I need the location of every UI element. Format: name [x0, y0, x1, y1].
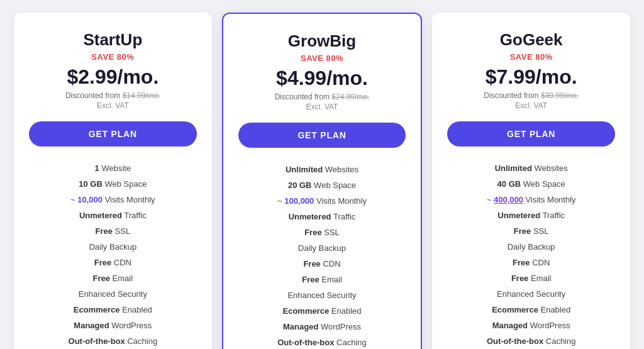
list-item: Unlimited Websites [447, 160, 615, 176]
list-item: 10 GB Web Space [29, 176, 197, 192]
list-item: Daily Backup [238, 240, 406, 256]
original-price-growbig: Discounted from $24.99/mo. [238, 92, 406, 101]
list-item: Ecommerce Enabled [447, 302, 615, 318]
list-item: Ecommerce Enabled [29, 302, 197, 318]
get-plan-button-gogeek[interactable]: GET PLAN [447, 121, 615, 147]
features-list-startup: 1 Website10 GB Web Space~ 10,000 Visits … [29, 160, 197, 349]
price-growbig: $4.99/mo. [238, 67, 406, 90]
list-item: Free SSL [238, 224, 406, 240]
save-badge-gogeek: SAVE 80% [447, 52, 615, 62]
list-item: Unlimited Websites [238, 162, 406, 177]
plan-card-gogeek: GoGeekSAVE 80%$7.99/mo.Discounted from $… [432, 13, 630, 349]
original-price-gogeek: Discounted from $39.99/mo. [447, 91, 615, 100]
list-item: 40 GB Web Space [447, 176, 615, 192]
get-plan-button-startup[interactable]: GET PLAN [29, 121, 197, 147]
list-item: Free Email [238, 272, 406, 287]
list-item: Enhanced Security [29, 286, 197, 302]
list-item: Managed WordPress [447, 318, 615, 333]
list-item: Enhanced Security [238, 287, 406, 303]
save-badge-growbig: SAVE 80% [238, 53, 406, 63]
list-item: Out-of-the-box Caching [238, 335, 406, 349]
list-item: ~ 10,000 Visits Monthly [29, 192, 197, 208]
list-item: Unmetered Traffic [447, 208, 615, 223]
list-item: 20 GB Web Space [238, 177, 406, 193]
plan-name-gogeek: GoGeek [447, 30, 615, 50]
plan-name-startup: StartUp [29, 30, 197, 50]
excl-vat-growbig: Excl. VAT [238, 102, 406, 111]
list-item: Free CDN [238, 256, 406, 272]
list-item: Unmetered Traffic [29, 208, 197, 223]
plan-card-startup: StartUpSAVE 80%$2.99/mo.Discounted from … [14, 13, 212, 349]
list-item: Free Email [29, 270, 197, 286]
excl-vat-startup: Excl. VAT [29, 101, 197, 110]
list-item: ~ 400,000 Visits Monthly [447, 192, 615, 208]
plan-card-growbig: GrowBigSAVE 80%$4.99/mo.Discounted from … [222, 13, 423, 349]
list-item: Free SSL [447, 223, 615, 239]
list-item: Daily Backup [447, 239, 615, 255]
list-item: Out-of-the-box Caching [29, 333, 197, 349]
list-item: Unmetered Traffic [238, 209, 406, 224]
plan-name-growbig: GrowBig [238, 31, 406, 51]
original-price-startup: Discounted from $14.99/mo. [29, 91, 197, 100]
price-startup: $2.99/mo. [29, 65, 197, 89]
list-item: Free CDN [29, 255, 197, 270]
excl-vat-gogeek: Excl. VAT [447, 101, 615, 110]
save-badge-startup: SAVE 80% [29, 52, 197, 62]
list-item: ~ 100,000 Visits Monthly [238, 193, 406, 209]
features-list-growbig: Unlimited Websites20 GB Web Space~ 100,0… [238, 162, 406, 349]
list-item: 1 Website [29, 160, 197, 176]
list-item: Managed WordPress [29, 318, 197, 333]
price-gogeek: $7.99/mo. [447, 65, 615, 89]
pricing-container: StartUpSAVE 80%$2.99/mo.Discounted from … [14, 13, 630, 349]
list-item: Managed WordPress [238, 319, 406, 335]
get-plan-button-growbig[interactable]: GET PLAN [238, 123, 406, 148]
list-item: Free SSL [29, 223, 197, 239]
features-list-gogeek: Unlimited Websites40 GB Web Space~ 400,0… [447, 160, 615, 349]
list-item: Enhanced Security [447, 286, 615, 302]
list-item: Daily Backup [29, 239, 197, 255]
list-item: Ecommerce Enabled [238, 303, 406, 319]
list-item: Out-of-the-box Caching [447, 333, 615, 349]
list-item: Free CDN [447, 255, 615, 270]
list-item: Free Email [447, 270, 615, 286]
